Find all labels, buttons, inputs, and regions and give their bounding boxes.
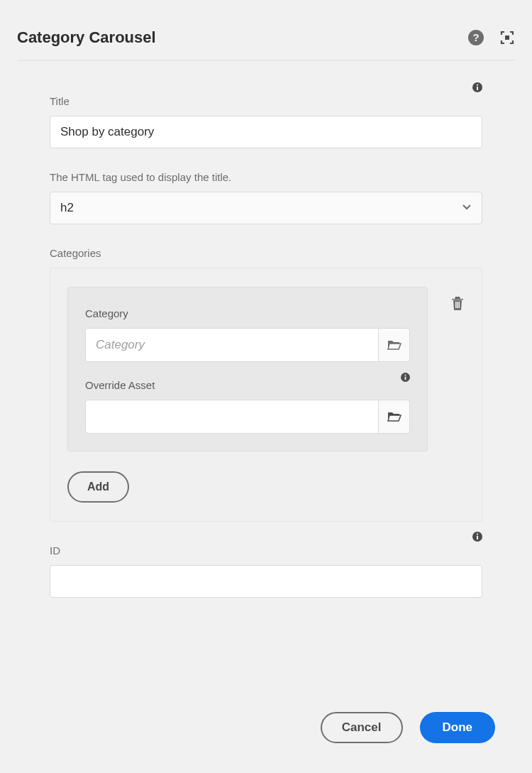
- categories-label: Categories: [50, 247, 482, 259]
- id-label: ID: [50, 544, 482, 557]
- html-tag-field: The HTML tag used to display the title.: [50, 171, 482, 224]
- svg-point-8: [404, 374, 406, 375]
- override-asset-input[interactable]: [85, 400, 379, 434]
- svg-rect-9: [455, 302, 457, 308]
- category-sublabel: Category: [85, 307, 410, 319]
- override-asset-subfield: Override Asset: [85, 379, 410, 434]
- override-input-group: [85, 400, 410, 434]
- trash-icon: [450, 295, 465, 311]
- dialog-container: Category Carousel ? Title The HTML tag u…: [0, 0, 532, 773]
- help-icon[interactable]: ?: [468, 30, 484, 45]
- html-tag-select[interactable]: [50, 192, 482, 224]
- svg-rect-10: [457, 302, 458, 308]
- svg-rect-13: [477, 536, 478, 539]
- category-card-inner: Category: [67, 287, 428, 451]
- dialog-header: Category Carousel ?: [17, 17, 515, 61]
- override-asset-sublabel: Override Asset: [85, 379, 410, 391]
- category-input[interactable]: [85, 328, 379, 362]
- html-tag-select-wrap: [50, 192, 482, 224]
- title-label: Title: [50, 95, 482, 107]
- category-subfield: Category: [85, 307, 410, 362]
- delete-item-button[interactable]: [450, 295, 465, 314]
- folder-open-icon: [387, 339, 401, 351]
- folder-open-icon: [387, 410, 401, 423]
- title-field: Title: [50, 95, 482, 148]
- id-input[interactable]: [50, 565, 482, 598]
- categories-multifield: Category: [50, 268, 482, 522]
- id-field: ID: [50, 544, 482, 598]
- form-area: Title The HTML tag used to display the t…: [17, 95, 515, 598]
- categories-field: Categories Category: [50, 247, 482, 522]
- svg-rect-7: [405, 377, 406, 380]
- svg-rect-4: [477, 87, 478, 90]
- done-button[interactable]: Done: [420, 712, 496, 743]
- fullscreen-icon[interactable]: [499, 30, 515, 45]
- header-icons: ?: [468, 30, 515, 45]
- category-picker-button[interactable]: [379, 328, 410, 362]
- svg-rect-2: [505, 35, 509, 40]
- svg-rect-11: [459, 302, 460, 308]
- info-icon[interactable]: [472, 82, 482, 95]
- svg-point-14: [477, 534, 478, 535]
- dialog-title: Category Carousel: [17, 28, 156, 47]
- svg-point-5: [477, 84, 478, 86]
- html-tag-label: The HTML tag used to display the title.: [50, 171, 482, 183]
- title-input[interactable]: [50, 116, 482, 148]
- svg-text:?: ?: [472, 31, 479, 43]
- category-input-group: [85, 328, 410, 362]
- override-asset-picker-button[interactable]: [379, 400, 410, 434]
- dialog-footer: Cancel Done: [321, 712, 495, 743]
- info-icon[interactable]: [401, 372, 410, 385]
- info-icon[interactable]: [472, 532, 482, 544]
- cancel-button[interactable]: Cancel: [321, 712, 403, 743]
- add-button[interactable]: Add: [67, 471, 129, 503]
- category-item: Category: [67, 287, 465, 451]
